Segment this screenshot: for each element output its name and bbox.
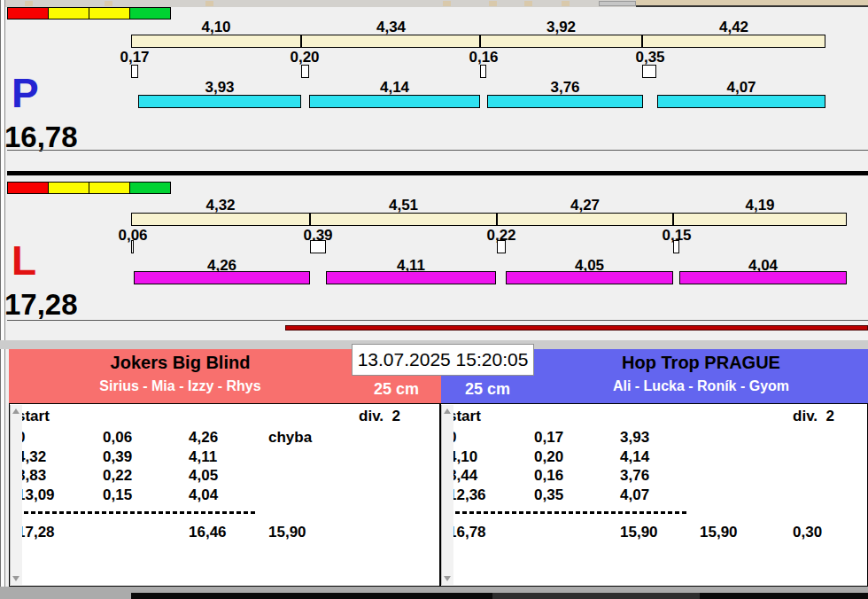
scroll-up-arrow[interactable] <box>444 408 451 414</box>
result-cell: 3,93 <box>620 430 649 445</box>
results-header-division: div. 2 <box>359 408 400 424</box>
traffic-light-0 <box>7 182 49 194</box>
traffic-light-2 <box>89 182 130 194</box>
result-cell: 4,05 <box>189 468 218 483</box>
split-time-label: 4,27 <box>497 198 673 213</box>
total-cell: 15,90 <box>620 525 658 540</box>
lane-letter: L <box>12 240 36 281</box>
table-scrollbar[interactable] <box>441 405 453 585</box>
pause-box <box>673 240 679 253</box>
pause-box <box>131 240 134 253</box>
results-divider-dashes <box>17 511 256 514</box>
results-divider-dashes <box>448 511 687 514</box>
team-name: Jokers Big Blind <box>9 354 352 371</box>
top-edge-tan-strip <box>636 0 868 7</box>
pause-box <box>642 65 656 78</box>
split-time-label: 4,19 <box>673 198 847 213</box>
flyball-timing-window: P16,784,100,173,934,340,204,143,920,163,… <box>0 0 868 599</box>
split-time-label: 3,92 <box>480 19 642 35</box>
result-cell: 0,35 <box>534 487 563 502</box>
pause-time-label: 0,20 <box>283 50 327 65</box>
split-time-label: 4,10 <box>131 19 301 35</box>
pause-box <box>480 65 486 78</box>
jump-height-label: 25 cm <box>441 381 534 397</box>
jump-height-label: 25 cm <box>352 381 441 397</box>
traffic-light-2 <box>89 7 130 19</box>
result-cell: 4,14 <box>620 449 649 464</box>
split-time-label: 4,32 <box>131 198 310 213</box>
result-cell: 3,76 <box>620 468 649 483</box>
timestamp-box: 13.07.2025 15:20:05 <box>352 344 534 376</box>
net-time-bar <box>679 271 847 284</box>
lane-separator <box>7 150 868 151</box>
result-cell: 4,11 <box>189 449 217 464</box>
result-cell: chyba <box>268 430 312 445</box>
split-divider <box>300 35 302 47</box>
result-cell: 13,09 <box>17 487 55 502</box>
traffic-light-1 <box>48 7 89 19</box>
net-time-bar <box>134 271 310 284</box>
pause-box <box>310 240 326 253</box>
split-divider <box>496 214 498 225</box>
result-cell: 0,17 <box>534 430 563 445</box>
taskbar-gray-segment <box>492 593 700 599</box>
net-time-bar <box>309 95 480 108</box>
net-time-label: 4,14 <box>309 80 480 95</box>
team-members: Ali - Lucka - Roník - Gyom <box>534 379 868 393</box>
split-divider <box>641 35 643 47</box>
window-edge-tick <box>443 1 451 6</box>
net-time-label: 4,07 <box>657 80 825 95</box>
scroll-down-arrow[interactable] <box>444 576 451 581</box>
team-name: Hop Trop PRAGUE <box>534 354 868 371</box>
table-scrollbar[interactable] <box>10 405 22 585</box>
window-edge-tick <box>25 1 33 6</box>
net-time-bar <box>506 271 673 284</box>
results-table: startdiv. 200,064,26chyba4,320,394,118,8… <box>9 403 440 587</box>
result-cell: 12,36 <box>448 487 486 502</box>
results-table: startdiv. 200,173,934,100,204,148,440,16… <box>440 403 868 587</box>
traffic-light-1 <box>48 182 89 194</box>
pause-box <box>131 65 138 78</box>
net-time-bar <box>487 95 643 108</box>
result-cell: 4,04 <box>189 487 218 502</box>
traffic-light-3 <box>129 182 171 194</box>
scroll-down-arrow[interactable] <box>12 576 19 581</box>
lane-divider-bar <box>7 171 868 175</box>
total-cell: 15,90 <box>268 525 306 540</box>
total-cell: 16,46 <box>189 525 227 540</box>
results-header-division: div. 2 <box>793 408 834 424</box>
split-divider <box>479 35 481 47</box>
window-edge-tick <box>105 1 112 6</box>
result-cell: 0,39 <box>103 449 132 464</box>
result-cell: 0,16 <box>534 468 563 483</box>
net-time-bar <box>138 95 301 108</box>
top-edge-scroll-thumb[interactable] <box>599 1 636 6</box>
result-cell: 4,07 <box>620 487 649 502</box>
pause-time-label: 0,35 <box>628 50 672 65</box>
result-cell: 4,26 <box>189 430 218 445</box>
lane-total-time: 16,78 <box>4 122 78 152</box>
traffic-light-0 <box>7 7 49 19</box>
heat-progress-bar <box>285 325 868 331</box>
window-edge-tick <box>524 1 532 6</box>
pause-box <box>301 65 309 78</box>
split-divider <box>309 214 311 225</box>
net-time-label: 3,93 <box>138 80 301 95</box>
pause-time-label: 0,17 <box>112 50 157 65</box>
window-edge-tick <box>205 1 213 6</box>
split-time-bar <box>131 35 825 48</box>
total-cell: 15,90 <box>700 525 738 540</box>
team-members: Sirius - Mia - Izzy - Rhys <box>9 379 352 393</box>
pause-box <box>497 240 506 253</box>
timestamp-text: 13.07.2025 15:20:05 <box>358 349 529 370</box>
scroll-up-arrow[interactable] <box>12 408 19 414</box>
lane-separator <box>7 320 868 321</box>
result-cell: 0,15 <box>103 487 132 502</box>
total-cell: 0,30 <box>793 525 822 540</box>
window-edge-tick <box>489 1 497 6</box>
window-edge-tick <box>562 1 570 6</box>
split-time-label: 4,51 <box>310 198 497 213</box>
split-time-label: 4,34 <box>301 19 481 35</box>
result-cell: 0,22 <box>103 468 132 483</box>
pause-time-label: 0,16 <box>461 50 506 65</box>
